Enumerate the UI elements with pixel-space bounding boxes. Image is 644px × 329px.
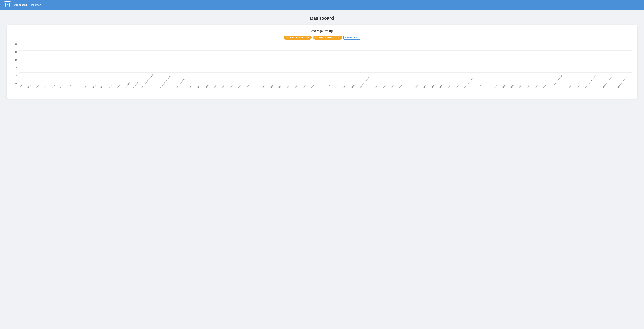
chart-title: Average Rating <box>12 29 632 33</box>
chart-type-badge[interactable]: CHART | BAR <box>344 36 360 40</box>
chart-type-value: BAR <box>354 37 358 39</box>
y-tick: 0.5 <box>12 83 18 85</box>
y-tick: 2.0 <box>12 59 18 61</box>
nav-links: Dashboard Tableview <box>14 3 41 7</box>
chart-area: 3.02.52.01.51.00.5 SCRUMWID1-1WID1-2WID2… <box>12 43 632 95</box>
navbar: W Dashboard Tableview <box>0 0 644 10</box>
chart-type-label: CHART <box>346 37 352 39</box>
page-title: Dashboard <box>0 16 644 21</box>
y-axis: 3.02.52.01.51.00.5 <box>12 43 18 90</box>
nav-dashboard[interactable]: Dashboard <box>14 3 27 7</box>
filter-row: DIFFICULTYRATING ON ENJOYMENTRATING ON C… <box>12 36 632 40</box>
chart-inner: 3.02.52.01.51.00.5 SCRUMWID1-1WID1-2WID2… <box>12 43 632 95</box>
svg-text:W: W <box>6 4 8 6</box>
y-tick: 3.0 <box>12 43 18 45</box>
nav-tableview[interactable]: Tableview <box>30 3 41 7</box>
y-tick: 2.5 <box>12 51 18 53</box>
bars-area <box>19 43 632 87</box>
x-labels: SCRUMWID1-1WID1-2WID2-1WID2-2WID2-3WID2-… <box>19 87 632 95</box>
chart-card: Average Rating DIFFICULTYRATING ON ENJOY… <box>6 25 638 99</box>
difficulty-filter-badge[interactable]: DIFFICULTYRATING ON <box>284 36 312 40</box>
y-tick: 1.5 <box>12 67 18 69</box>
app-logo: W <box>4 1 11 9</box>
difficulty-filter-label: DIFFICULTYRATING <box>286 37 304 39</box>
difficulty-filter-value: ON <box>306 37 309 39</box>
enjoyment-filter-value: ON <box>337 37 340 39</box>
enjoyment-filter-badge[interactable]: ENJOYMENTRATING ON <box>313 36 342 40</box>
enjoyment-filter-label: ENJOYMENTRATING <box>316 37 334 39</box>
y-tick: 1.0 <box>12 75 18 77</box>
badge-sep-2 <box>336 37 336 39</box>
badge-sep-1 <box>305 37 306 39</box>
